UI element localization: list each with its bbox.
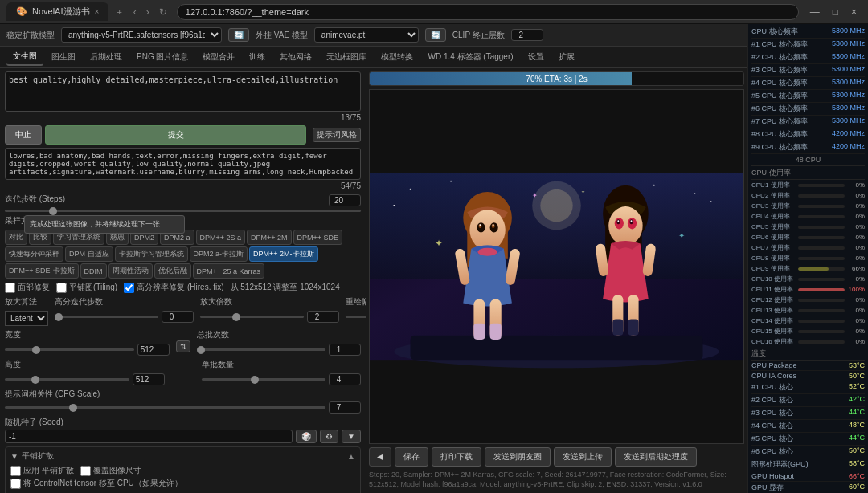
- generate-btn[interactable]: 提交: [45, 125, 306, 145]
- tiling-input[interactable]: [56, 283, 67, 293]
- browser-tab[interactable]: 🎨 NovelAI漫游书 ×: [6, 2, 108, 21]
- swap-size-btn[interactable]: ⇅: [176, 340, 190, 352]
- scale-input[interactable]: [307, 311, 339, 323]
- upscaler-label: 放大算法: [5, 296, 48, 308]
- model-select[interactable]: anything-v5-PrtRE.safetensors [f96a1a9ca…: [61, 27, 222, 43]
- cpu6-freq-label: #6 CPU 核心频率: [751, 104, 808, 114]
- model-refresh-btn[interactable]: 🔄: [228, 28, 249, 42]
- steps-slider[interactable]: [5, 210, 361, 212]
- sampler-dpmpp25a-karras[interactable]: DPM++ 25 a Karras: [193, 263, 265, 279]
- tab-img2img[interactable]: 图生图: [45, 49, 82, 65]
- tab-convert[interactable]: 模型转换: [375, 49, 420, 65]
- new-tab-btn[interactable]: +: [112, 6, 126, 18]
- steps-input[interactable]: [329, 194, 361, 206]
- tab-other[interactable]: 其他网络: [273, 49, 318, 65]
- cpu11-usage-bar: [798, 288, 845, 291]
- sampler-dpmpp2m[interactable]: DPM++ 2M: [247, 230, 292, 245]
- tiling-check[interactable]: 平铺图(Tiling): [56, 282, 117, 293]
- negative-prompt[interactable]: lowres,bad anatomy,bad hands,text,error,…: [5, 148, 361, 180]
- sampler-optimized[interactable]: 优化后融: [154, 263, 191, 279]
- sampler-dpmpp2sa[interactable]: DPM++ 2S a: [196, 230, 246, 245]
- reload-btn[interactable]: ↻: [156, 5, 170, 19]
- cfg-slider[interactable]: [5, 406, 326, 409]
- width-slider[interactable]: [5, 348, 134, 351]
- tab-postprocess[interactable]: 后期处理: [84, 49, 129, 65]
- batch-size-input[interactable]: [329, 373, 361, 385]
- tab-txt2img[interactable]: 文生图: [6, 48, 43, 66]
- batch-count-input[interactable]: [329, 344, 361, 356]
- forward-btn[interactable]: ›: [143, 5, 153, 19]
- svg-point-4: [410, 189, 411, 190]
- minimize-btn[interactable]: —: [805, 5, 825, 19]
- cpu11-pct: 100%: [847, 286, 865, 293]
- download-btn[interactable]: 打印下载: [432, 447, 481, 467]
- clip-input[interactable]: [511, 29, 543, 41]
- cfg-input[interactable]: [329, 401, 361, 414]
- hires-steps-input[interactable]: [162, 311, 194, 323]
- sampler-dpm2a-karras[interactable]: DPM2 a-卡拉斯: [190, 246, 248, 262]
- positive-prompt[interactable]: best quality,highly detailed,masterpiece…: [5, 71, 361, 112]
- scale-slider[interactable]: [200, 316, 304, 318]
- upscaler-select[interactable]: Latent: [5, 311, 48, 326]
- send-community-btn[interactable]: 发送到朋友圈: [485, 447, 551, 467]
- style-btn[interactable]: 提示词风格: [313, 128, 361, 142]
- sampler-periodic[interactable]: 周期性活动: [108, 263, 153, 279]
- hires-fix-check[interactable]: 高分辨率修复 (Hires. fix): [124, 282, 223, 293]
- address-bar[interactable]: [177, 4, 799, 20]
- send-upload-btn[interactable]: 发送到上传: [554, 447, 612, 467]
- batch-size-slider[interactable]: [202, 378, 326, 381]
- sampler-ddim[interactable]: DDIM: [80, 263, 107, 279]
- tab-merge[interactable]: 模型合并: [196, 49, 241, 65]
- use-tiling-check[interactable]: 应用 平铺扩散: [10, 465, 74, 476]
- tab-gallery[interactable]: 无边框图库: [320, 49, 373, 65]
- height-label: 高度: [5, 359, 165, 370]
- tab-extensions[interactable]: 扩展: [552, 49, 581, 65]
- tab-png-info[interactable]: PNG 图片信息: [130, 49, 194, 65]
- seed-input[interactable]: [5, 430, 293, 443]
- prev-image-btn[interactable]: ◀: [369, 447, 391, 467]
- hires-fix-input[interactable]: [124, 283, 134, 293]
- height-input[interactable]: [133, 373, 165, 385]
- maximize-btn[interactable]: □: [828, 5, 843, 19]
- tab-settings[interactable]: 设置: [522, 49, 551, 65]
- face-restore-check[interactable]: 面部修复: [5, 282, 50, 293]
- stop-btn[interactable]: 中止: [5, 125, 42, 145]
- seed-random-btn[interactable]: 🎲: [296, 430, 317, 443]
- cpu-core1-temp-label: #1 CPU 核心: [751, 382, 793, 393]
- controlnet-check[interactable]: 将 ControlNet tensor 移至 CPU（如果允许）: [10, 478, 355, 489]
- controlnet-input[interactable]: [10, 479, 21, 489]
- send-last-btn[interactable]: 发送到后期处理度: [615, 447, 697, 467]
- denoise-slider[interactable]: [346, 316, 366, 318]
- sampler-dpmppsde[interactable]: DPM++ SDE: [293, 230, 343, 245]
- sampler-karras-lms[interactable]: 卡拉斯学习管理系统: [115, 246, 188, 262]
- batch-size-col: 单批数量: [202, 359, 362, 385]
- seed-extra-btn[interactable]: ▼: [342, 430, 361, 443]
- use-image-size-input[interactable]: [80, 466, 91, 476]
- sampler-dpmpp2m-karras[interactable]: DPM++ 2M-卡拉斯: [249, 246, 318, 262]
- vae-refresh-btn[interactable]: 🔄: [425, 28, 446, 42]
- cpu9-freq-label: #9 CPU 核心频率: [751, 142, 808, 153]
- use-image-size-check[interactable]: 覆盖图像尺寸: [80, 465, 141, 476]
- tab-tagger[interactable]: WD 1.4 标签器 (Tagger): [421, 49, 519, 65]
- browser-actions: — □ ×: [805, 5, 862, 19]
- batch-count-slider[interactable]: [197, 348, 326, 351]
- face-restore-input[interactable]: [5, 283, 15, 293]
- sampler-dpmppsde-karras[interactable]: DPM++ SDE-卡拉斯: [5, 263, 79, 279]
- tab-close-btn[interactable]: ×: [95, 7, 100, 16]
- height-slider[interactable]: [5, 378, 129, 381]
- seed-recycle-btn[interactable]: ♻: [320, 430, 338, 443]
- cpu13-usage-row: CPU13 使用率 0%: [751, 305, 865, 316]
- save-btn[interactable]: 保存: [395, 447, 428, 467]
- back-btn[interactable]: ‹: [130, 5, 140, 19]
- vae-select[interactable]: animevae.pt: [314, 27, 419, 43]
- width-input[interactable]: [137, 344, 170, 356]
- sampler-fast[interactable]: 快速每分钟采样: [5, 246, 63, 262]
- tab-train[interactable]: 训练: [243, 49, 272, 65]
- svg-point-22: [477, 248, 497, 256]
- close-window-btn[interactable]: ×: [846, 5, 862, 19]
- sampler-dpm-adaptive[interactable]: DPM 自适应: [65, 246, 113, 262]
- use-tiling-input[interactable]: [10, 466, 21, 476]
- cpu8-usage-bar: [798, 257, 845, 260]
- clip-label: CLIP 终止层数: [452, 30, 505, 41]
- hires-steps-slider[interactable]: [55, 316, 158, 318]
